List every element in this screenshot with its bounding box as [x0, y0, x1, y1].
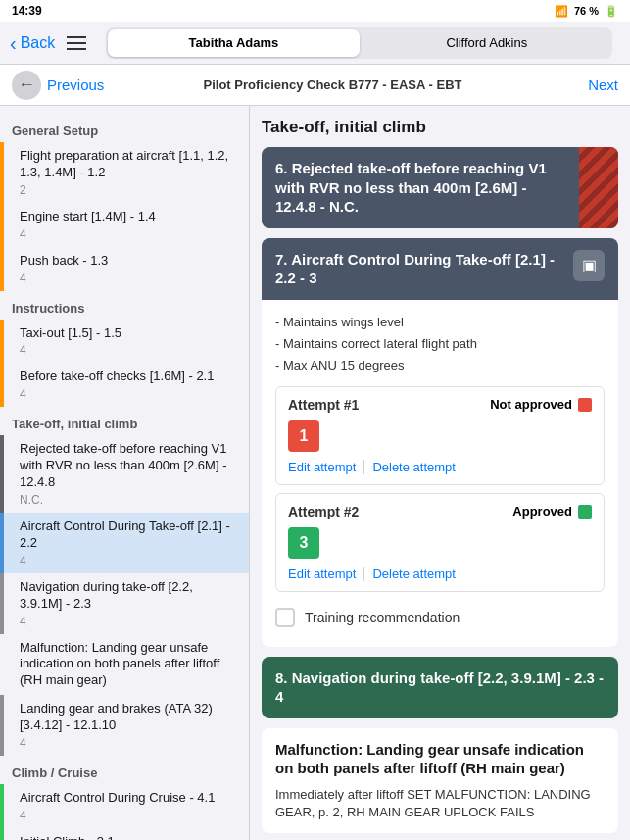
attempt-1-score: 1: [288, 420, 319, 452]
delete-attempt-1[interactable]: Delete attempt: [363, 460, 463, 474]
attempt-2-header: Attempt #2 Approved: [288, 504, 592, 519]
main-layout: General Setup Flight preparation at airc…: [0, 106, 630, 840]
back-label: Back: [21, 34, 56, 52]
training-rec-label: Training recommendation: [305, 610, 460, 625]
card-8-num: 8.: [275, 669, 288, 686]
card-7-bullets: - Maintains wings level - Maintains corr…: [275, 312, 605, 376]
next-button[interactable]: Next: [540, 76, 618, 93]
attempt-2-label: Attempt #2: [288, 504, 359, 519]
hamburger-menu[interactable]: [63, 32, 90, 54]
prev-label[interactable]: Previous: [47, 76, 125, 93]
status-time: 14:39: [12, 4, 42, 18]
malfunction-card: Malfunction: Landing gear unsafe indicat…: [262, 728, 618, 833]
card-7: 7. Aircraft Control During Take-off [2.1…: [262, 238, 618, 647]
copy-icon[interactable]: ▣: [573, 250, 605, 281]
sidebar-item-rejected-takeoff[interactable]: Rejected take-off before reaching V1 wit…: [0, 435, 249, 513]
card-7-body: - Maintains wings level - Maintains corr…: [262, 300, 618, 647]
status-icons: 📶 76 % 🔋: [555, 5, 618, 18]
sub-nav-title: Pilot Proficiency Check B777 - EASA - EB…: [125, 77, 540, 92]
sidebar-section-takeoff: Take-off, initial climb: [0, 407, 249, 435]
tab-switch: Tabitha Adams Clifford Adkins: [106, 27, 612, 59]
status-bar: 14:39 📶 76 % 🔋: [0, 0, 630, 22]
card-8: 8. Navigation during take-off [2.2, 3.9.…: [262, 657, 618, 718]
attempt-1-status: Not approved: [490, 397, 592, 412]
battery-icon: 76 %: [574, 5, 599, 17]
training-rec-checkbox[interactable]: [275, 608, 295, 627]
training-rec: Training recommendation: [275, 600, 605, 635]
card-6-num: 6.: [275, 160, 288, 176]
sub-nav: ← Previous Pilot Proficiency Check B777 …: [0, 65, 630, 106]
attempt-2-score: 3: [288, 527, 319, 559]
not-approved-dot: [578, 398, 592, 412]
attempt-2-actions: Edit attempt Delete attempt: [288, 567, 592, 581]
sidebar-item-taxi-out[interactable]: Taxi-out [1.5] - 1.5 4: [0, 320, 249, 364]
malfunction-text: Immediately after liftoff SET MALFUNCTIO…: [275, 786, 605, 821]
card-8-title: Navigation during take-off [2.2, 3.9.1M]…: [275, 669, 604, 706]
prev-area[interactable]: ← Previous: [12, 71, 125, 100]
back-button[interactable]: ‹ Back: [10, 33, 55, 53]
sidebar-item-before-takeoff[interactable]: Before take-off checks [1.6M] - 2.1 4: [0, 363, 249, 407]
attempt-1-label: Attempt #1: [288, 397, 359, 413]
edit-attempt-1[interactable]: Edit attempt: [288, 460, 363, 474]
sidebar-item-initial-climb[interactable]: Initial Climb - 3.1 4: [0, 828, 249, 840]
battery-visual: 🔋: [605, 5, 618, 18]
card-8-header: 8. Navigation during take-off [2.2, 3.9.…: [262, 657, 618, 718]
attempt-1-actions: Edit attempt Delete attempt: [288, 460, 592, 474]
content-section-title: Take-off, initial climb: [262, 118, 618, 137]
sidebar-item-engine-start[interactable]: Engine start [1.4M] - 1.4 4: [0, 203, 249, 247]
malfunction-body: Malfunction: Landing gear unsafe indicat…: [262, 728, 618, 833]
back-chevron-icon: ‹: [10, 33, 17, 53]
wifi-icon: 📶: [555, 5, 568, 18]
card-7-header: 7. Aircraft Control During Take-off [2.1…: [262, 238, 618, 300]
nav-bar: ‹ Back Tabitha Adams Clifford Adkins: [0, 22, 630, 65]
sidebar-item-malfunction-gear[interactable]: Malfunction: Landing gear unsafe indicat…: [0, 634, 249, 696]
card-6: 6. Rejected take-off before reaching V1 …: [262, 147, 618, 228]
sidebar-item-aircraft-control-takeoff[interactable]: Aircraft Control During Take-off [2.1] -…: [0, 513, 249, 573]
approved-dot: [578, 505, 592, 519]
attempt-1-header: Attempt #1 Not approved: [288, 397, 592, 413]
card-7-num: 7.: [275, 251, 288, 268]
tab-clifford[interactable]: Clifford Adkins: [362, 27, 612, 59]
card-6-title: Rejected take-off before reaching V1 wit…: [275, 160, 547, 215]
sidebar: General Setup Flight preparation at airc…: [0, 106, 250, 840]
content-area: Take-off, initial climb 6. Rejected take…: [250, 106, 630, 840]
attempt-2-block: Attempt #2 Approved 3 Edit attempt Delet…: [275, 493, 605, 592]
sidebar-item-push-back[interactable]: Push back - 1.3 4: [0, 247, 249, 291]
back-circle-icon[interactable]: ←: [12, 71, 41, 100]
sidebar-item-flight-prep[interactable]: Flight preparation at aircraft [1.1, 1.2…: [0, 142, 249, 203]
attempt-1-block: Attempt #1 Not approved 1 Edit attempt D…: [275, 386, 605, 485]
tab-tabitha[interactable]: Tabitha Adams: [108, 29, 359, 57]
sidebar-item-aircraft-control-cruise[interactable]: Aircraft Control During Cruise - 4.1 4: [0, 784, 249, 828]
card-7-title: Aircraft Control During Take-off [2.1] -…: [275, 251, 555, 287]
sidebar-item-navigation-takeoff[interactable]: Navigation during take-off [2.2, 3.9.1M]…: [0, 573, 249, 634]
sidebar-section-climb: Climb / Cruise: [0, 756, 249, 784]
delete-attempt-2[interactable]: Delete attempt: [363, 567, 463, 581]
card-6-header: 6. Rejected take-off before reaching V1 …: [262, 147, 618, 228]
malfunction-title: Malfunction: Landing gear unsafe indicat…: [275, 740, 605, 778]
sidebar-section-general: General Setup: [0, 114, 249, 142]
sidebar-item-landing-gear-brakes[interactable]: Landing gear and brakes (ATA 32) [3.4.12…: [0, 695, 249, 756]
attempt-2-status: Approved: [512, 504, 592, 519]
edit-attempt-2[interactable]: Edit attempt: [288, 567, 363, 581]
sidebar-section-instructions: Instructions: [0, 291, 249, 320]
